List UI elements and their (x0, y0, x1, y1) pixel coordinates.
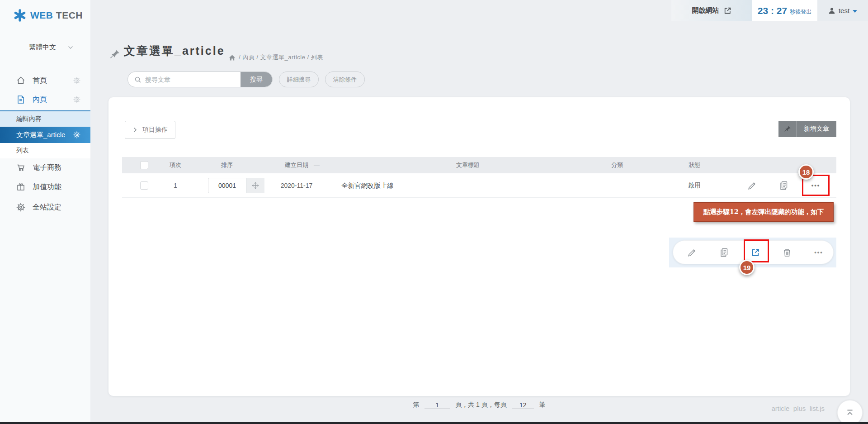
language-label: 繁體中文 (29, 43, 56, 52)
step-badge-18: 18 (798, 164, 814, 180)
sidebar-item-label: 首頁 (33, 76, 47, 86)
sidebar-item-home[interactable]: 首頁 (0, 71, 90, 90)
page-title: 文章選單_article (124, 43, 225, 58)
table-header: 項次 排序 建立日期 — 文章標題 分類 狀態 (122, 157, 836, 173)
asterisk-logo-icon (14, 9, 26, 22)
sidebar-item-label: 文章選單_article (16, 131, 65, 139)
list-card: 項目操作 新增文章 項次 排序 建立日期 — 文章標題 分類 狀態 1 (108, 97, 850, 396)
window-bottom-edge (0, 422, 868, 424)
item-actions-label: 項目操作 (142, 126, 168, 134)
sidebar-item-list[interactable]: 列表 (0, 143, 90, 158)
chevron-down-icon (68, 46, 73, 49)
step-badge-19: 19 (739, 260, 755, 275)
add-article-button[interactable]: 新增文章 (778, 121, 836, 137)
external-link-icon (724, 7, 731, 14)
step-19-highlight-box (744, 239, 769, 262)
sort-direction-icon[interactable]: — (314, 162, 320, 169)
username: test (839, 7, 849, 14)
open-site-label: 開啟網站 (692, 6, 719, 15)
page-number-input[interactable] (425, 401, 450, 409)
user-menu[interactable]: test (817, 0, 868, 21)
pushpin-icon (109, 49, 120, 60)
language-selector[interactable]: 繁體中文 (14, 40, 77, 55)
gear-icon (16, 203, 25, 212)
sidebar-item-label: 編輯內容 (16, 115, 42, 123)
sidebar-item-addons[interactable]: 加值功能 (0, 178, 90, 196)
search-icon (134, 76, 142, 87)
advanced-search-button[interactable]: 詳細搜尋 (279, 71, 319, 87)
home-icon[interactable] (229, 54, 236, 61)
edit-icon[interactable] (687, 240, 697, 264)
search-submit-button[interactable]: 搜尋 (241, 72, 272, 87)
more-actions-icon[interactable]: ••• (811, 182, 821, 189)
select-all-checkbox[interactable] (140, 161, 148, 169)
row-index: 1 (174, 173, 177, 198)
copy-icon[interactable] (779, 173, 789, 198)
open-site-button[interactable]: 開啟網站 (671, 0, 752, 21)
brand-logo[interactable]: WEB TECH (14, 9, 83, 22)
row-date: 2020-11-17 (281, 173, 313, 198)
timer-value: 23 : 27 (758, 5, 787, 16)
pagination-middle: 頁，共 1 頁，每頁 (455, 401, 507, 409)
add-article-label: 新增文章 (797, 121, 836, 137)
edit-icon[interactable] (747, 173, 757, 198)
sidebar-submenu: 編輯內容 文章選單_article 列表 (0, 110, 90, 158)
sidebar-item-label: 電子商務 (33, 163, 61, 172)
person-icon (828, 7, 835, 14)
row-title[interactable]: 全新官網改版上線 (341, 173, 394, 198)
copy-icon[interactable] (719, 240, 729, 264)
brand-name-secondary: TECH (56, 10, 83, 20)
clear-filters-button[interactable]: 清除條件 (325, 71, 365, 87)
breadcrumb: / 內頁 / 文章選單_article / 列表 (229, 53, 323, 62)
session-timer: 23 : 27 秒後登出 (752, 0, 817, 21)
search-bar: 搜尋 (127, 71, 273, 87)
caret-down-icon (853, 9, 857, 13)
column-header-category[interactable]: 分類 (611, 157, 623, 173)
column-header-index[interactable]: 項次 (170, 157, 181, 173)
gear-icon[interactable] (73, 77, 80, 84)
sidebar: WEB TECH 繁體中文 首頁 內頁 編輯內容 文章選單_article (0, 0, 90, 424)
document-icon (16, 95, 25, 104)
per-page-input[interactable] (512, 401, 534, 409)
breadcrumb-path: / 內頁 / 文章選單_article / 列表 (239, 53, 323, 62)
cart-icon (16, 163, 25, 172)
row-checkbox[interactable] (140, 181, 148, 190)
sidebar-item-ecommerce[interactable]: 電子商務 (0, 158, 90, 176)
sidebar-item-site-settings[interactable]: 全站設定 (0, 198, 90, 216)
pushpin-icon[interactable] (778, 121, 797, 137)
chevron-up-icon (845, 408, 854, 417)
sort-cell (208, 178, 264, 193)
sidebar-item-label: 列表 (16, 147, 29, 155)
sidebar-item-label: 內頁 (33, 95, 47, 105)
more-actions-icon[interactable]: ••• (814, 240, 823, 264)
pagination-prefix: 第 (413, 401, 419, 409)
gear-icon[interactable] (73, 131, 80, 138)
timer-suffix: 秒後登出 (790, 6, 811, 16)
column-header-date[interactable]: 建立日期 — (285, 157, 320, 173)
scroll-to-top-button[interactable] (837, 400, 863, 424)
script-filename: article_plus_list.js (734, 405, 825, 412)
annotation-tooltip: 點選步驟12，會左彈出隱藏的功能，如下 (693, 202, 834, 222)
item-actions-button[interactable]: 項目操作 (125, 121, 175, 139)
gear-icon[interactable] (73, 96, 80, 103)
brand-name-primary: WEB (30, 10, 53, 20)
table-row: 1 2020-11-17 全新官網改版上線 啟用 ••• (122, 173, 836, 198)
row-status: 啟用 (688, 173, 701, 198)
column-header-sort[interactable]: 排序 (221, 157, 233, 173)
home-icon (16, 76, 25, 85)
column-header-date-label: 建立日期 (285, 161, 308, 169)
chevron-right-icon (133, 127, 137, 133)
column-header-title[interactable]: 文章標題 (456, 157, 480, 173)
column-header-status[interactable]: 狀態 (689, 157, 700, 173)
trash-icon[interactable] (782, 240, 792, 264)
sidebar-item-edit-content[interactable]: 編輯內容 (0, 111, 90, 127)
sidebar-item-label: 加值功能 (33, 182, 61, 192)
pagination-suffix: 筆 (539, 401, 546, 409)
gift-icon (16, 182, 25, 191)
sort-order-input[interactable] (208, 178, 246, 193)
sidebar-item-article-menu[interactable]: 文章選單_article (0, 127, 90, 143)
search-input[interactable] (142, 72, 241, 87)
sidebar-item-label: 全站設定 (33, 203, 61, 212)
sidebar-item-inner-pages[interactable]: 內頁 (0, 91, 90, 109)
drag-move-handle[interactable] (246, 178, 264, 193)
